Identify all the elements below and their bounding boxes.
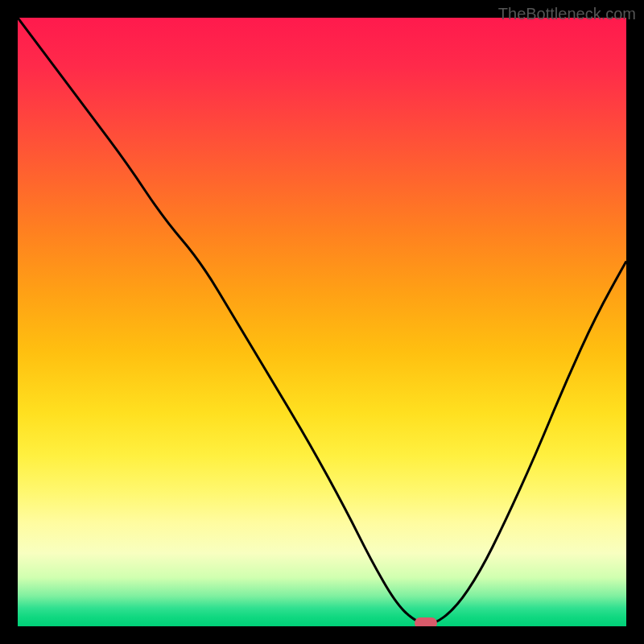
plot-area xyxy=(18,18,626,626)
watermark-text: TheBottleneck.com xyxy=(498,5,636,23)
bottleneck-curve xyxy=(18,18,626,624)
curve-layer xyxy=(18,18,626,626)
optimal-marker xyxy=(415,617,437,626)
